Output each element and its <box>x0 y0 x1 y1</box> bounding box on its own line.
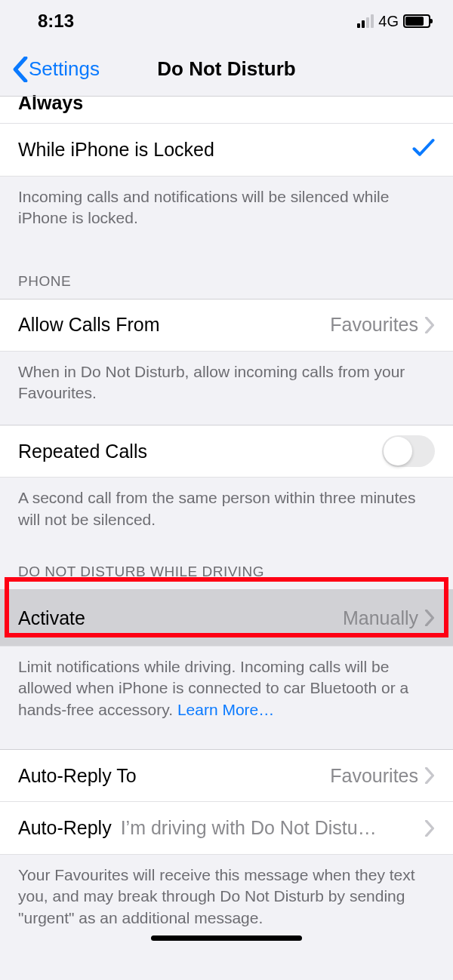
network-label: 4G <box>378 13 399 30</box>
row-label: Repeated Calls <box>18 441 147 462</box>
activate-row[interactable]: Activate Manually <box>0 589 453 647</box>
status-time: 8:13 <box>38 11 74 32</box>
chevron-right-icon <box>424 317 435 333</box>
allow-calls-footer: When in Do Not Disturb, allow incoming c… <box>0 352 453 425</box>
silence-option-always[interactable]: Always <box>0 97 453 124</box>
auto-reply-to-row[interactable]: Auto-Reply To Favourites <box>0 749 453 802</box>
repeated-calls-row[interactable]: Repeated Calls <box>0 425 453 478</box>
learn-more-link[interactable]: Learn More… <box>177 701 274 718</box>
section-header-phone: Phone <box>0 250 453 299</box>
repeated-calls-toggle[interactable] <box>382 435 435 467</box>
status-bar: 8:13 4G <box>0 0 453 42</box>
back-button[interactable]: Settings <box>0 57 100 82</box>
row-label: Auto-Reply To <box>18 765 137 787</box>
silence-footer: Incoming calls and notifications will be… <box>0 177 453 250</box>
silence-option-locked[interactable]: While iPhone is Locked <box>0 124 453 177</box>
home-indicator <box>151 935 302 941</box>
nav-bar: Settings Do Not Disturb <box>0 42 453 97</box>
section-header-driving: Do Not Disturb While Driving <box>0 551 453 589</box>
row-value: I’m driving with Do Not Distu… <box>121 817 424 839</box>
signal-icon <box>357 14 374 28</box>
row-value: Favourites <box>330 314 418 336</box>
row-label: While iPhone is Locked <box>18 139 214 161</box>
row-value: Manually <box>343 607 418 629</box>
chevron-right-icon <box>424 610 435 626</box>
checkmark-icon <box>412 138 435 162</box>
battery-icon <box>403 14 430 28</box>
allow-calls-from-row[interactable]: Allow Calls From Favourites <box>0 299 453 352</box>
row-label: Activate <box>18 607 85 629</box>
row-value: Favourites <box>330 765 418 787</box>
back-label: Settings <box>29 57 100 81</box>
chevron-left-icon <box>12 57 29 82</box>
chevron-right-icon <box>424 767 435 784</box>
repeated-calls-footer: A second call from the same person withi… <box>0 478 453 551</box>
status-right: 4G <box>357 13 430 30</box>
chevron-right-icon <box>424 820 435 837</box>
row-label: Auto-Reply <box>18 817 112 839</box>
auto-reply-row[interactable]: Auto-Reply I’m driving with Do Not Distu… <box>0 802 453 855</box>
activate-footer: Limit notifications while driving. Incom… <box>0 647 453 749</box>
row-label: Allow Calls From <box>18 314 160 336</box>
